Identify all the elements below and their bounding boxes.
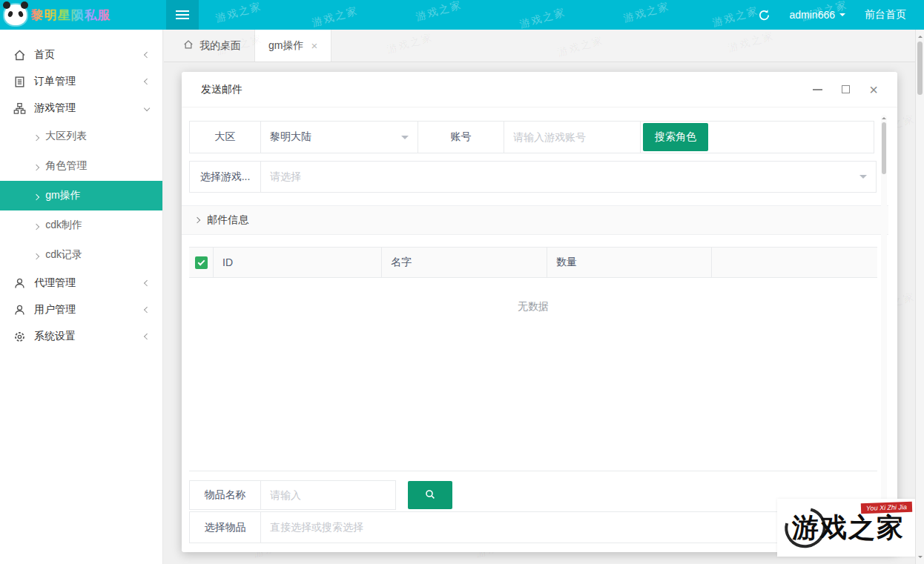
column-header-quantity: 数量 (547, 248, 712, 277)
sidebar-item-settings[interactable]: 系统设置 (0, 323, 162, 350)
corner-logo-title: 游戏之家 (792, 510, 905, 546)
select-all-cell (189, 248, 214, 277)
account-input-cell (504, 121, 641, 153)
topbar: 游戏之家 游戏之家 游戏之家 游戏之家 游戏之家 游戏之家 游戏之家 黎明星陨私… (0, 0, 924, 30)
content-area: 游戏之家 游戏之家 游戏之家 游戏之家 游戏之家 游戏之家 游戏之家 游戏之家 … (164, 30, 915, 564)
chevron-right-icon (194, 217, 201, 224)
tab-label: gm操作 (268, 39, 303, 53)
table-header: ID 名字 数量 (189, 247, 877, 278)
chevron-left-icon (144, 334, 151, 340)
hamburger-menu-icon[interactable] (166, 0, 199, 30)
sidebar-subitem-cdk-create[interactable]: cdk制作 (0, 210, 162, 240)
select-item-placeholder: 直接选择或搜索选择 (270, 521, 363, 534)
chevron-right-icon (34, 160, 39, 172)
search-form-row: 大区 黎明大陆 账号 搜索角色 (189, 121, 874, 153)
chevron-down-icon (839, 13, 845, 19)
sidebar-subitem-role-management[interactable]: 角色管理 (0, 151, 162, 181)
dialog-window-controls: × (813, 82, 878, 97)
chevron-down-icon (859, 175, 867, 182)
chevron-down-icon (144, 105, 151, 112)
region-select[interactable]: 黎明大陆 (260, 121, 418, 153)
chevron-right-icon (34, 249, 39, 261)
order-icon (13, 76, 26, 88)
sidebar-item-home[interactable]: 首页 (0, 42, 162, 68)
game-management-icon (13, 102, 26, 115)
sidebar-item-orders[interactable]: 订单管理 (0, 68, 162, 95)
panda-logo-icon (4, 4, 27, 25)
sidebar-item-users[interactable]: 用户管理 (0, 296, 162, 323)
username: admin666 (790, 9, 836, 21)
corner-logo-subtitle: You Xi Zhi Jia (861, 502, 912, 514)
search-icon (424, 488, 436, 502)
logo-text: 黎明星陨私服 (31, 7, 111, 24)
mail-info-section-toggle[interactable]: 邮件信息 (182, 205, 888, 235)
sidebar: 首页 订单管理 游戏管理 大区列表 角色管理 gm操作 cdk制作 (0, 30, 163, 564)
sidebar-item-label: 用户管理 (34, 303, 145, 316)
account-input[interactable] (504, 122, 640, 153)
tab-label: 我的桌面 (199, 39, 241, 53)
scroll-up-icon[interactable] (918, 33, 923, 38)
sidebar-subitem-label: 角色管理 (45, 159, 87, 173)
select-all-checkbox[interactable] (195, 256, 208, 269)
sidebar-subitem-label: cdk制作 (45, 219, 82, 232)
table-bottom-border (189, 471, 877, 471)
tab-my-desktop[interactable]: 我的桌面 (170, 30, 254, 62)
select-game-row: 选择游戏... 请选择 (189, 161, 877, 193)
app-logo: 黎明星陨私服 (4, 0, 111, 30)
item-name-label: 物品名称 (189, 480, 261, 510)
tab-gm-operation[interactable]: gm操作 × (254, 30, 331, 62)
user-icon (13, 304, 26, 316)
scrollbar-thumb[interactable] (882, 122, 886, 174)
send-mail-dialog: 发送邮件 × 大区 黎明大陆 账号 搜索角色 (182, 72, 897, 552)
sidebar-item-label: 系统设置 (34, 330, 145, 343)
item-name-input[interactable] (261, 481, 395, 509)
game-select[interactable]: 请选择 (260, 161, 877, 193)
sidebar-subitem-gm-operation[interactable]: gm操作 (0, 181, 162, 210)
chevron-left-icon (144, 52, 151, 59)
select-item-label: 选择物品 (189, 511, 261, 543)
column-header-empty (712, 248, 877, 277)
home-icon (13, 49, 26, 62)
page-scrollbar[interactable] (915, 30, 924, 564)
chevron-left-icon (144, 307, 151, 313)
scroll-down-icon[interactable] (918, 556, 923, 560)
sidebar-item-label: 订单管理 (34, 75, 145, 88)
chevron-left-icon (144, 79, 151, 85)
empty-table-text: 无数据 (189, 300, 877, 313)
refresh-icon[interactable] (758, 9, 770, 21)
item-name-row: 物品名称 (189, 480, 396, 510)
tab-bar: 我的桌面 gm操作 × (164, 30, 915, 62)
frontend-home-link[interactable]: 前台首页 (865, 8, 906, 21)
search-role-button[interactable]: 搜索角色 (643, 123, 708, 151)
user-menu[interactable]: admin666 (790, 9, 846, 21)
sidebar-subitem-region-list[interactable]: 大区列表 (0, 122, 162, 151)
chevron-right-icon (34, 130, 39, 142)
sidebar-subitem-label: 大区列表 (45, 130, 87, 143)
dialog-scrollbar[interactable] (881, 115, 887, 546)
sidebar-item-agents[interactable]: 代理管理 (0, 270, 162, 296)
sidebar-item-games[interactable]: 游戏管理 (0, 95, 162, 122)
scroll-up-icon[interactable] (882, 115, 886, 119)
close-icon[interactable]: × (869, 82, 878, 97)
close-icon[interactable]: × (311, 39, 317, 52)
sidebar-item-label: 代理管理 (34, 276, 145, 290)
gear-icon (13, 331, 26, 343)
scrollbar-thumb[interactable] (917, 42, 923, 95)
search-button-cell: 搜索角色 (640, 121, 874, 153)
app: 游戏之家 游戏之家 游戏之家 游戏之家 游戏之家 游戏之家 游戏之家 黎明星陨私… (0, 0, 924, 564)
agent-icon (13, 277, 26, 290)
section-title: 邮件信息 (207, 213, 248, 227)
sidebar-item-label: 首页 (34, 48, 145, 62)
dialog-header: 发送邮件 × (182, 72, 897, 107)
search-item-button[interactable] (408, 481, 452, 509)
item-name-input-cell (260, 480, 396, 510)
home-icon (183, 39, 194, 52)
minimize-icon[interactable] (813, 89, 822, 90)
chevron-right-icon (34, 219, 39, 231)
topbar-right: admin666 前台首页 (758, 0, 907, 30)
sidebar-subitem-cdk-records[interactable]: cdk记录 (0, 240, 162, 270)
sidebar-subitem-label: gm操作 (45, 189, 80, 202)
corner-watermark-logo: 游戏之家 You Xi Zhi Jia (777, 499, 920, 557)
region-select-value: 黎明大陆 (270, 130, 311, 144)
maximize-icon[interactable] (842, 85, 850, 93)
